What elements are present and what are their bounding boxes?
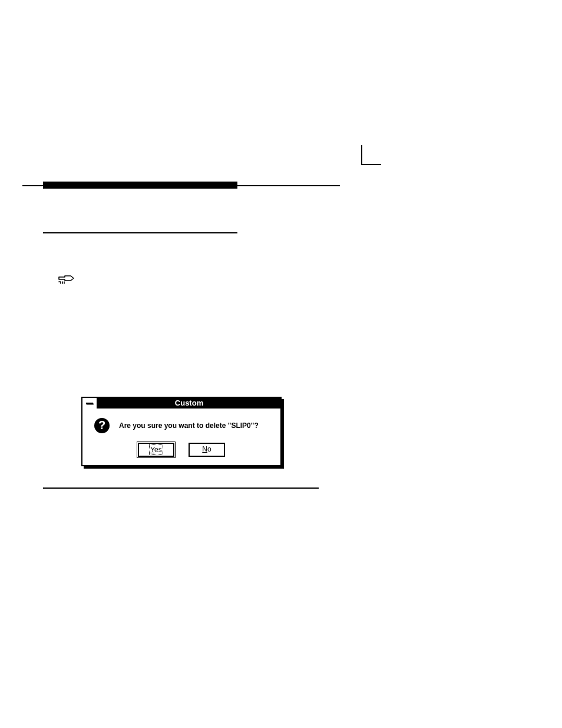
bottom-rule <box>43 487 319 489</box>
confirm-dialog: Custom ? Are you sure you want to delete… <box>81 397 282 466</box>
no-button[interactable]: No <box>189 443 225 457</box>
system-menu-icon[interactable] <box>82 398 98 409</box>
dialog-title: Custom <box>98 398 280 409</box>
yes-button[interactable]: Yes <box>138 443 174 457</box>
dialog-titlebar[interactable]: Custom <box>82 398 280 409</box>
svg-text:?: ? <box>98 419 105 431</box>
page: { "dialog": { "title": "Custom", "messag… <box>0 0 562 728</box>
section-heading <box>22 185 340 186</box>
yes-rest: es <box>154 446 162 454</box>
section-title-bar <box>43 182 237 189</box>
dialog-body: ? Are you sure you want to delete "SLIP0… <box>82 409 280 439</box>
question-icon: ? <box>93 417 111 434</box>
dialog-button-row: Yes No <box>82 439 280 465</box>
no-hotkey: N <box>202 445 207 453</box>
no-rest: o <box>207 445 211 453</box>
sub-heading-rule <box>43 232 237 233</box>
crop-mark-icon <box>361 145 381 165</box>
dialog-message: Are you sure you want to delete "SLIP0"? <box>119 421 259 430</box>
pointing-hand-icon <box>57 275 75 288</box>
sub-heading <box>43 212 237 233</box>
